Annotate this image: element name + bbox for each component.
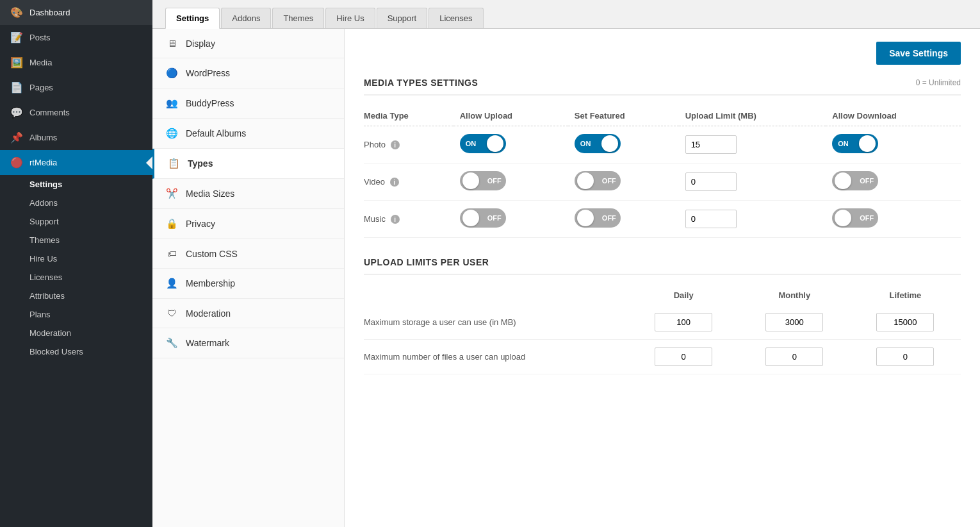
tab-support[interactable]: Support bbox=[377, 8, 428, 28]
media-types-table: Media Type Allow Upload Set Featured Upl… bbox=[364, 106, 961, 238]
toggle-allow-upload-video[interactable]: OFF bbox=[460, 171, 506, 190]
toggle-allow-download-video[interactable]: OFF bbox=[832, 171, 878, 190]
info-icon-photo[interactable]: i bbox=[391, 140, 400, 149]
sidebar-sub-item-support[interactable]: Support bbox=[0, 212, 152, 231]
toggle-allow-upload-music[interactable]: OFF bbox=[460, 208, 506, 228]
toggle-allow-download-photo[interactable]: ON bbox=[832, 134, 878, 153]
sec-nav-label: Privacy bbox=[186, 219, 215, 229]
sec-nav-display[interactable]: 🖥 Display bbox=[152, 29, 344, 58]
upload-limits-table: Daily Monthly Lifetime Maximum storage a… bbox=[364, 285, 961, 374]
types-icon: 📋 bbox=[167, 158, 180, 169]
col-monthly: Monthly bbox=[739, 285, 850, 305]
toggle-knob bbox=[462, 172, 479, 189]
sidebar-sub-item-addons[interactable]: Addons bbox=[0, 194, 152, 212]
toggle-set-featured-photo[interactable]: ON bbox=[575, 134, 621, 153]
secondary-sidebar: 🖥 Display 🔵 WordPress 👥 BuddyPress 🌐 Def… bbox=[152, 29, 345, 527]
tab-settings[interactable]: Settings bbox=[165, 8, 220, 29]
limit-daily-input-0[interactable] bbox=[655, 313, 712, 331]
tabs-bar: Settings Addons Themes Hire Us Support L… bbox=[152, 0, 980, 29]
sidebar-item-pages[interactable]: 📄 Pages bbox=[0, 75, 152, 100]
col-daily: Daily bbox=[628, 285, 739, 305]
toggle-knob bbox=[462, 210, 479, 226]
media-type-label-video: Video i bbox=[364, 163, 453, 201]
limit-monthly-input-0[interactable] bbox=[765, 313, 823, 331]
sec-nav-label: Membership bbox=[186, 278, 235, 289]
info-icon-music[interactable]: i bbox=[391, 215, 400, 224]
albums-icon: 📌 bbox=[10, 131, 23, 144]
sec-nav-types[interactable]: 📋 Types bbox=[152, 149, 344, 179]
sec-nav-moderation[interactable]: 🛡 Moderation bbox=[152, 299, 344, 328]
tab-themes[interactable]: Themes bbox=[272, 8, 324, 28]
save-settings-button[interactable]: Save Settings bbox=[876, 42, 961, 65]
sidebar-item-media[interactable]: 🖼️ Media bbox=[0, 50, 152, 75]
col-upload-limit: Upload Limit (MB) bbox=[679, 106, 826, 126]
sidebar-item-dashboard[interactable]: 🎨 Dashboard bbox=[0, 0, 152, 25]
sidebar-sub-item-blocked-users[interactable]: Blocked Users bbox=[0, 342, 152, 361]
toggle-set-featured-music[interactable]: OFF bbox=[575, 208, 621, 228]
toggle-knob bbox=[577, 210, 594, 226]
tab-licenses[interactable]: Licenses bbox=[429, 8, 483, 28]
sec-nav-custom-css[interactable]: 🏷 Custom CSS bbox=[152, 239, 344, 269]
posts-icon: 📝 bbox=[10, 31, 23, 44]
toggle-knob bbox=[835, 172, 851, 189]
sidebar-sub-item-attributes[interactable]: Attributes bbox=[0, 287, 152, 305]
upload-limits-section-title: UPLOAD LIMITS PER USER bbox=[364, 257, 961, 275]
custom-css-icon: 🏷 bbox=[165, 248, 178, 259]
col-allow-upload: Allow Upload bbox=[453, 106, 568, 126]
upload-limit-label-1: Maximum number of files a user can uploa… bbox=[364, 340, 628, 374]
toggle-set-featured-video[interactable]: OFF bbox=[575, 171, 621, 190]
sec-nav-default-albums[interactable]: 🌐 Default Albums bbox=[152, 119, 344, 149]
rtmedia-icon: 🔴 bbox=[10, 156, 23, 169]
toggle-label: OFF bbox=[602, 177, 616, 185]
limit-monthly-input-1[interactable] bbox=[765, 347, 823, 366]
sec-nav-wordpress[interactable]: 🔵 WordPress bbox=[152, 58, 344, 88]
toggle-label: OFF bbox=[860, 177, 874, 185]
limit-lifetime-input-1[interactable] bbox=[876, 347, 934, 366]
comments-icon: 💬 bbox=[10, 106, 23, 119]
sec-nav-buddypress[interactable]: 👥 BuddyPress bbox=[152, 88, 344, 119]
privacy-icon: 🔒 bbox=[165, 218, 178, 230]
main-panel: Save Settings MEDIA TYPES SETTINGS 0 = U… bbox=[345, 29, 980, 527]
sidebar-item-label: Albums bbox=[29, 133, 57, 142]
toggle-label: OFF bbox=[860, 214, 874, 222]
col-allow-download: Allow Download bbox=[826, 106, 961, 126]
sidebar-sub-item-licenses[interactable]: Licenses bbox=[0, 268, 152, 287]
limit-daily-input-1[interactable] bbox=[655, 347, 712, 366]
upload-limit-label-0: Maximum storage a user can use (in MB) bbox=[364, 305, 628, 340]
tab-hire-us[interactable]: Hire Us bbox=[325, 8, 375, 28]
sec-nav-label: Default Albums bbox=[186, 128, 246, 138]
sidebar-item-comments[interactable]: 💬 Comments bbox=[0, 100, 152, 125]
sidebar-item-rtmedia[interactable]: 🔴 rtMedia bbox=[0, 150, 152, 175]
content-area: 🖥 Display 🔵 WordPress 👥 BuddyPress 🌐 Def… bbox=[152, 29, 980, 527]
col-lifetime: Lifetime bbox=[850, 285, 961, 305]
wordpress-icon: 🔵 bbox=[165, 67, 178, 79]
sec-nav-media-sizes[interactable]: ✂️ Media Sizes bbox=[152, 179, 344, 209]
toggle-allow-download-music[interactable]: OFF bbox=[832, 208, 878, 228]
sidebar-item-albums[interactable]: 📌 Albums bbox=[0, 125, 152, 150]
toggle-knob bbox=[835, 210, 851, 226]
limit-lifetime-input-0[interactable] bbox=[876, 313, 934, 331]
toggle-label: ON bbox=[466, 140, 477, 147]
sec-nav-membership[interactable]: 👤 Membership bbox=[152, 269, 344, 299]
info-icon-video[interactable]: i bbox=[390, 178, 399, 187]
sidebar-item-posts[interactable]: 📝 Posts bbox=[0, 25, 152, 50]
sidebar-sub-item-themes[interactable]: Themes bbox=[0, 231, 152, 249]
membership-icon: 👤 bbox=[165, 278, 178, 289]
sidebar-sub-item-moderation[interactable]: Moderation bbox=[0, 324, 152, 342]
media-type-row: Music i OFF OFF OFF bbox=[364, 201, 961, 238]
sidebar-sub-item-plans[interactable]: Plans bbox=[0, 305, 152, 324]
upload-limit-input-video[interactable] bbox=[685, 172, 737, 191]
sidebar-sub-item-hire-us[interactable]: Hire Us bbox=[0, 249, 152, 268]
sec-nav-label: Types bbox=[188, 158, 213, 169]
sidebar-item-label: Media bbox=[29, 58, 52, 67]
toggle-allow-upload-photo[interactable]: ON bbox=[460, 134, 506, 153]
sec-nav-watermark[interactable]: 🔧 Watermark bbox=[152, 328, 344, 358]
upload-limit-input-music[interactable] bbox=[685, 210, 737, 228]
tab-addons[interactable]: Addons bbox=[221, 8, 271, 28]
upload-limit-input-photo[interactable] bbox=[685, 135, 737, 154]
col-limits-label bbox=[364, 285, 628, 305]
sidebar-sub-item-settings[interactable]: Settings bbox=[0, 175, 152, 194]
sec-nav-privacy[interactable]: 🔒 Privacy bbox=[152, 209, 344, 239]
media-type-label-music: Music i bbox=[364, 201, 453, 238]
col-media-type: Media Type bbox=[364, 106, 453, 126]
